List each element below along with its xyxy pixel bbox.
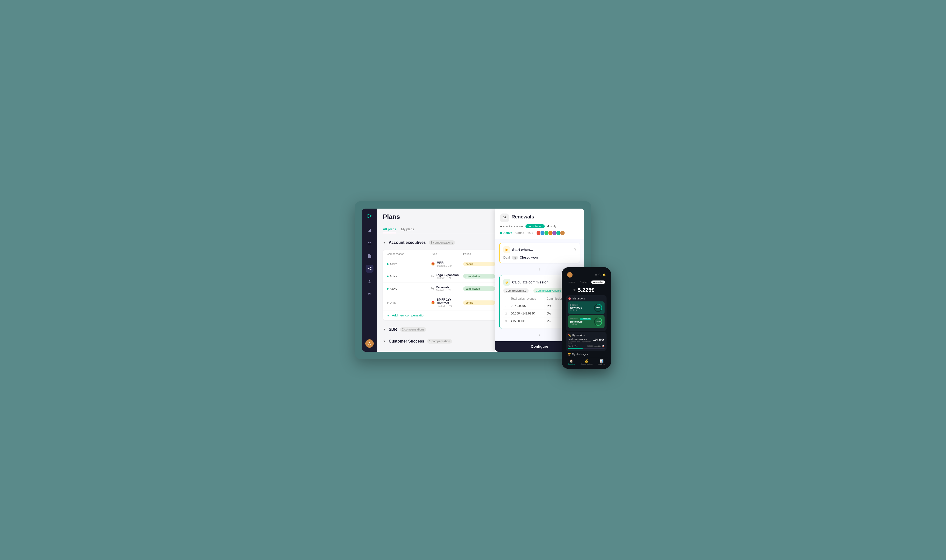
phone-nav-compensations[interactable]: 💰 Compensations — [581, 359, 593, 365]
metric-label: Total sales revenue. — [568, 338, 593, 341]
nav-comp-icon: 💰 — [585, 359, 588, 363]
status-dot — [387, 275, 388, 277]
type-badge-commission: commission — [463, 274, 495, 278]
sidebar-icon-doc[interactable] — [365, 252, 373, 260]
panel-active-badge: Active — [500, 231, 512, 235]
svg-rect-0 — [368, 231, 368, 232]
comp-name: Renewals — [436, 286, 451, 289]
col-period: Period — [463, 252, 495, 255]
col-revenue: Total sales revenue — [509, 295, 545, 302]
sidebar-icon-link[interactable] — [365, 265, 373, 272]
sidebar-icon-user[interactable] — [365, 277, 373, 285]
status-label: Draft — [390, 301, 396, 304]
panel-tags: Account executives commission Monthly — [500, 225, 579, 228]
panel-avatar-7 — [560, 230, 565, 236]
status-dot — [387, 263, 388, 265]
comp-icon: 🎁 — [431, 301, 435, 305]
phone-targets-section: 🎯 My targets Q3 2024 New logo 12 / 20 — [566, 295, 607, 331]
group-chevron-sdr[interactable]: ▼ — [383, 328, 386, 331]
group-count-sdr: 2 compensations — [400, 327, 427, 332]
phone-nav-overview[interactable]: 🏠 Overview — [568, 359, 575, 365]
panel-avatars — [538, 230, 565, 236]
phone-eye-icon[interactable]: 👁 — [573, 289, 576, 291]
target-name: Renewals — [570, 320, 594, 323]
group-count-cs: 1 compensation — [427, 339, 452, 343]
tier-bar-fill — [568, 348, 582, 349]
sidebar-icon-chart[interactable] — [365, 226, 373, 234]
page-title: Plans — [383, 213, 400, 221]
group-chevron-cs[interactable]: ▼ — [383, 340, 386, 343]
panel-started: Started 1/1/24 — [515, 231, 533, 235]
plus-icon: ＋ — [387, 313, 390, 318]
start-card-condition: Deal is Closed won — [503, 255, 576, 260]
target-circle-new-logo: 60% — [594, 303, 602, 312]
condition-val-closed-won: Closed won — [520, 255, 538, 259]
phone-challenges: 🏆 My challenges — [565, 352, 608, 357]
month-tab-oct[interactable]: October — [578, 280, 589, 284]
target-period: Q3 2024 — [570, 304, 594, 306]
phone-chat-icon: ◯ — [598, 273, 601, 276]
tab-my-plans[interactable]: My plans — [401, 225, 414, 233]
target-info-new-logo: Q3 2024 New logo 12 / 20 — [570, 304, 594, 312]
phone-metrics-title: ✏️ My metrics — [568, 334, 604, 337]
svg-point-6 — [370, 267, 371, 268]
month-tabs: ember October November — [565, 280, 608, 285]
condition-op-is: is — [512, 255, 518, 260]
status-badge-logo: Active — [387, 275, 431, 278]
sidebar: ▷ A — [362, 209, 377, 352]
target-progress: 12 / 20 — [570, 309, 594, 312]
svg-point-7 — [370, 269, 371, 270]
sidebar-icon-settings[interactable] — [365, 290, 373, 298]
laptop-screen: ▷ A Plans — [362, 209, 584, 352]
comp-icon: 🎁 — [431, 262, 435, 266]
target-period-row: Q3 2024 ✓ Achieved — [570, 318, 594, 320]
phone-bell-icon: 🔔 — [602, 273, 606, 276]
tier-label: Tier 2 — [568, 345, 573, 347]
svg-rect-2 — [370, 229, 371, 232]
start-when-card: ▶ Start when… ? Deal is Closed won — [499, 243, 580, 263]
achieved-badge: ✓ Achieved — [580, 318, 591, 320]
start-card-title: ▶ Start when… — [503, 246, 533, 253]
status-label: Active — [390, 287, 397, 290]
phone-amount-section: 👁 5.225€ ⋯ — [565, 285, 608, 294]
svg-point-8 — [369, 280, 370, 282]
type-badge-bonus: bonus — [463, 300, 495, 305]
tab-all-plans[interactable]: All plans — [383, 225, 396, 233]
start-card-help[interactable]: ? — [574, 248, 576, 252]
comp-name: SPIFF 1Y+ Contract — [437, 298, 463, 305]
group-chevron-ae[interactable]: ▼ — [383, 241, 386, 244]
phone-header: ▭ ◯ 🔔 — [565, 270, 608, 280]
panel-icon: % — [500, 214, 509, 222]
comp-info-spiff: 🎁 SPIFF 1Y+ Contract Started 1/1/24 — [431, 298, 463, 308]
panel-tag-commission: commission — [525, 225, 545, 228]
phone-nav-analytics[interactable]: 📊 Analytics — [598, 359, 605, 365]
type-badge-commission: commission — [463, 286, 495, 291]
phone-nav: 🏠 Overview 💰 Compensations 📊 Analytics — [565, 357, 608, 366]
calc-card-title: ⚡ Calculate commission — [503, 279, 548, 286]
col-type: Type — [431, 252, 463, 255]
phone-more-icon[interactable]: ⋯ — [596, 288, 599, 292]
status-badge-mrr: Active — [387, 263, 431, 265]
comp-icon: % — [431, 275, 434, 278]
metric-row: Total sales revenue. Total sales revenue… — [568, 338, 604, 344]
target-name: New logo — [570, 306, 594, 309]
comp-details: Logo Expansion Started 1/1/24 — [436, 273, 459, 280]
sidebar-icon-people[interactable] — [365, 239, 373, 247]
status-dot-draft — [387, 302, 388, 304]
comm-tag-variable: Commission variable — [533, 288, 564, 293]
metric-sublabel: Total sales revenue generated MTD — [568, 341, 593, 344]
sidebar-logo: ▷ — [368, 212, 372, 219]
phone-avatar — [567, 272, 573, 277]
nav-home-icon: 🏠 — [569, 359, 573, 363]
target-period: Q3 2024 — [570, 318, 578, 320]
comp-date: Started 1/1/24 — [436, 289, 451, 292]
status-badge-renewals: Active — [387, 287, 431, 290]
month-tab-nov[interactable]: November — [591, 280, 605, 284]
comm-dot: • — [531, 289, 532, 292]
group-name-ae: Account executives — [389, 240, 426, 245]
status-label: Active — [390, 275, 397, 278]
sidebar-avatar[interactable]: A — [365, 339, 374, 348]
month-tab-sept[interactable]: ember — [567, 280, 576, 284]
phone-screen: ▭ ◯ 🔔 ember October November 👁 5.225€ ⋯ … — [565, 270, 608, 366]
target-card-renewals: Q3 2024 ✓ Achieved Renewals 33 / 30 110% — [568, 315, 604, 328]
